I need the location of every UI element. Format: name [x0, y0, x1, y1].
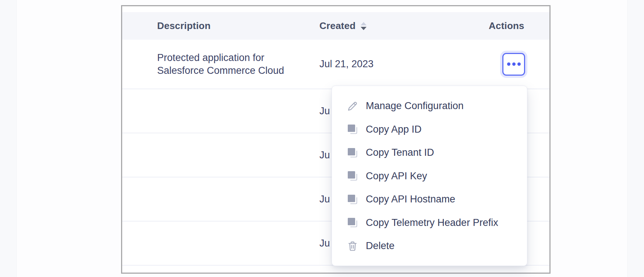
created-cell: Ju: [319, 222, 330, 265]
sort-up-triangle-icon: [361, 22, 367, 25]
copy-icon: [347, 194, 358, 205]
copy-icon: [347, 147, 358, 158]
sort-down-triangle-icon: [361, 27, 367, 30]
created-date-partial: Ju: [319, 194, 330, 205]
sort-descending-icon[interactable]: [361, 22, 367, 30]
created-date-partial: Ju: [319, 105, 330, 117]
page-left-gutter: [0, 0, 17, 277]
menu-item-label: Copy Tenant ID: [366, 147, 434, 158]
menu-item-label: Delete: [366, 240, 394, 252]
copy-icon: [347, 124, 358, 135]
menu-item-manage-configuration[interactable]: Manage Configuration: [332, 94, 527, 118]
row-actions-ellipsis-button[interactable]: [502, 53, 525, 76]
column-header-actions-label: Actions: [489, 20, 524, 32]
created-cell: Jul 21, 2023: [319, 40, 374, 89]
created-date: Jul 21, 2023: [319, 58, 374, 70]
description-line-2: Salesforce Commerce Cloud: [157, 64, 287, 77]
column-header-description-label: Description: [157, 20, 210, 32]
menu-item-copy-api-hostname[interactable]: Copy API Hostname: [332, 188, 527, 211]
description-cell: Protected application for Salesforce Com…: [157, 40, 287, 89]
row-actions-dropdown-menu: Manage Configuration Copy App ID Copy Te…: [332, 86, 527, 266]
menu-item-copy-api-key[interactable]: Copy API Key: [332, 165, 527, 188]
created-cell: Ju: [319, 89, 330, 133]
created-date-partial: Ju: [319, 150, 330, 161]
created-date-partial: Ju: [319, 238, 330, 249]
ellipsis-dot-icon: [517, 62, 521, 66]
menu-item-label: Copy App ID: [366, 124, 422, 135]
page-right-gutter: [627, 0, 644, 277]
trash-icon: [347, 241, 358, 252]
table-row: Protected application for Salesforce Com…: [122, 40, 549, 89]
copy-icon: [347, 170, 358, 181]
menu-item-copy-telemetry-header-prefix[interactable]: Copy Telemetry Header Prefix: [332, 211, 527, 235]
menu-item-label: Manage Configuration: [366, 100, 464, 112]
column-header-created-label: Created: [319, 20, 355, 32]
menu-item-label: Copy API Hostname: [366, 194, 455, 205]
menu-item-copy-tenant-id[interactable]: Copy Tenant ID: [332, 141, 527, 165]
menu-item-copy-app-id[interactable]: Copy App ID: [332, 118, 527, 141]
table-header-row: Description Created Actions: [122, 12, 549, 40]
actions-cell: [502, 40, 525, 89]
column-header-description: Description: [157, 12, 210, 40]
copy-icon: [347, 217, 358, 228]
ellipsis-dot-icon: [507, 62, 510, 66]
created-cell: Ju: [319, 177, 330, 221]
menu-item-label: Copy Telemetry Header Prefix: [366, 217, 498, 229]
menu-item-delete[interactable]: Delete: [332, 234, 527, 258]
menu-item-label: Copy API Key: [366, 170, 427, 182]
description-line-1: Protected application for: [157, 51, 287, 64]
created-cell: Ju: [319, 133, 330, 177]
column-header-created[interactable]: Created: [319, 12, 367, 40]
pencil-icon: [347, 101, 358, 112]
ellipsis-dot-icon: [512, 62, 516, 66]
column-header-actions: Actions: [489, 12, 524, 40]
